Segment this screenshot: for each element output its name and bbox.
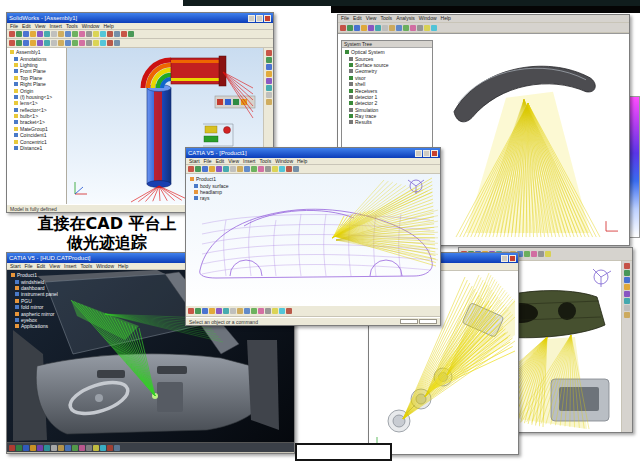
menu-item-help[interactable]: Help (118, 263, 128, 270)
menu-item-file[interactable]: File (204, 158, 212, 165)
toolbar-icon[interactable] (65, 40, 71, 46)
toolbar-icon[interactable] (58, 31, 64, 37)
menu-item-help[interactable]: Help (103, 23, 113, 30)
toolbar-icon[interactable] (30, 31, 36, 37)
viewport-3d[interactable]: Product1body surfaceheadlamprays (186, 174, 440, 306)
toolbar-icon[interactable] (16, 445, 22, 451)
menu-item-view[interactable]: View (49, 263, 60, 270)
toolbar-icon[interactable] (44, 31, 50, 37)
panel-title[interactable]: System Tree (342, 41, 432, 48)
toolbar-icon[interactable] (100, 31, 106, 37)
menu-item-window[interactable]: Window (96, 263, 114, 270)
toolbar-icon[interactable] (624, 312, 630, 318)
menu-item-edit[interactable]: Edit (353, 15, 362, 22)
toolbar-icon[interactable] (16, 40, 22, 46)
toolbar-icon[interactable] (195, 308, 201, 314)
menu-item-edit[interactable]: Edit (216, 158, 225, 165)
menu-item-file[interactable]: File (10, 23, 18, 30)
minimize-button[interactable] (415, 150, 422, 157)
toolbar-icon[interactable] (265, 166, 271, 172)
toolbar-icon[interactable] (230, 166, 236, 172)
tree-item[interactable]: rays (188, 195, 229, 201)
menu-item-tools[interactable]: Tools (260, 158, 272, 165)
toolbar-icon[interactable] (72, 31, 78, 37)
toolbar-icon[interactable] (347, 25, 353, 31)
minimize-button[interactable] (248, 15, 255, 22)
toolbar-icon[interactable] (375, 25, 381, 31)
toolbar-icon[interactable] (51, 31, 57, 37)
toolbar-icon[interactable] (58, 445, 64, 451)
menu-item-window[interactable]: Window (419, 15, 437, 22)
menu-item-help[interactable]: Help (441, 15, 451, 22)
toolbar-icon[interactable] (286, 308, 292, 314)
compass-icon[interactable] (593, 269, 611, 287)
menu-item-tools[interactable]: Tools (380, 15, 392, 22)
toolbar-icon[interactable] (266, 64, 272, 70)
toolbar-icon[interactable] (431, 25, 437, 31)
toolbar-icon[interactable] (403, 25, 409, 31)
toolbar-icon[interactable] (202, 166, 208, 172)
toolbar-icon[interactable] (624, 305, 630, 311)
toolbar-icon[interactable] (188, 166, 194, 172)
menu-item-insert[interactable]: Insert (49, 23, 62, 30)
maximize-button[interactable] (423, 150, 430, 157)
toolbar-icon[interactable] (265, 308, 271, 314)
solidworks-titlebar[interactable]: SolidWorks - [Assembly1] (7, 13, 273, 23)
toolbar-icon[interactable] (23, 445, 29, 451)
toolbar-icon[interactable] (266, 99, 272, 105)
menu-item-insert[interactable]: Insert (64, 263, 77, 270)
toolbar-icon[interactable] (9, 445, 15, 451)
toolbar-icon[interactable] (114, 31, 120, 37)
toolbar-icon[interactable] (37, 40, 43, 46)
menu-item-insert[interactable]: Insert (243, 158, 256, 165)
toolbar-icon[interactable] (266, 78, 272, 84)
toolbar-icon[interactable] (266, 92, 272, 98)
toolbar-icon[interactable] (230, 308, 236, 314)
toolbar-icon[interactable] (79, 40, 85, 46)
toolbar-icon[interactable] (293, 166, 299, 172)
coordinate-field[interactable] (419, 319, 437, 324)
toolbar-icon[interactable] (23, 31, 29, 37)
toolbar-icon[interactable] (258, 308, 264, 314)
toolbar-icon[interactable] (524, 251, 530, 257)
maximize-button[interactable] (256, 15, 263, 22)
toolbar-icon[interactable] (9, 40, 15, 46)
compass-icon[interactable] (408, 180, 424, 194)
tree-item[interactable]: Results (343, 119, 431, 125)
toolbar-icon[interactable] (93, 40, 99, 46)
raytrace-titlebar[interactable]: CATIA V5 - [Product1] (186, 148, 440, 158)
toolbar-icon[interactable] (65, 31, 71, 37)
toolbar-icon[interactable] (417, 25, 423, 31)
toolbar-icon[interactable] (72, 445, 78, 451)
menu-item-view[interactable]: View (228, 158, 239, 165)
toolbar-icon[interactable] (223, 308, 229, 314)
toolbar-icon[interactable] (223, 166, 229, 172)
menu-item-file[interactable]: File (25, 263, 33, 270)
toolbar-icon[interactable] (340, 25, 346, 31)
toolbar-icon[interactable] (382, 25, 388, 31)
toolbar-icon[interactable] (272, 166, 278, 172)
toolbar-icon[interactable] (65, 445, 71, 451)
toolbar-icon[interactable] (51, 445, 57, 451)
toolbar-icon[interactable] (128, 31, 134, 37)
menu-item-view[interactable]: View (366, 15, 377, 22)
toolbar-icon[interactable] (107, 445, 113, 451)
toolbar-icon[interactable] (72, 40, 78, 46)
coordinate-field[interactable] (400, 319, 418, 324)
toolbar-icon[interactable] (258, 166, 264, 172)
toolbar-icon[interactable] (114, 40, 120, 46)
toolbar-icon[interactable] (272, 308, 278, 314)
toolbar-icon[interactable] (37, 445, 43, 451)
toolbar-icon[interactable] (624, 291, 630, 297)
menu-item-start[interactable]: Start (189, 158, 200, 165)
toolbar-icon[interactable] (266, 71, 272, 77)
toolbar-icon[interactable] (23, 40, 29, 46)
toolbar-icon[interactable] (624, 284, 630, 290)
toolbar-icon[interactable] (624, 270, 630, 276)
toolbar-icon[interactable] (188, 308, 194, 314)
close-button[interactable] (509, 255, 516, 262)
toolbar-icon[interactable] (58, 40, 64, 46)
toolbar-icon[interactable] (93, 31, 99, 37)
toolbar-icon[interactable] (121, 31, 127, 37)
toolbar-icon[interactable] (538, 251, 544, 257)
